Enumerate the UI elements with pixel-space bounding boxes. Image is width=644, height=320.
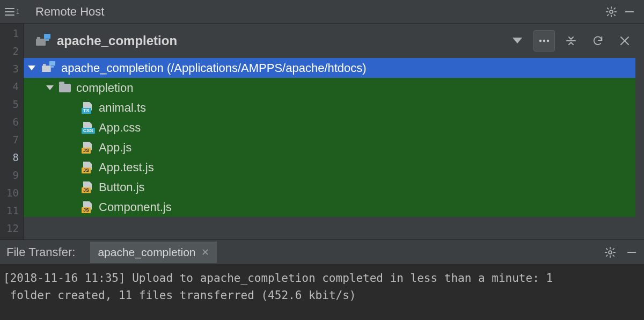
line-number: 8 — [0, 149, 23, 166]
svg-rect-6 — [37, 37, 40, 39]
tree-file-label: App.test.js — [99, 161, 154, 174]
collapse-expand-icon[interactable] — [560, 30, 582, 52]
line-number: 12 — [0, 220, 23, 237]
svg-rect-16 — [42, 66, 51, 72]
tree-file-row[interactable]: JSComponent.js — [24, 197, 635, 217]
line-number: 1 — [0, 25, 23, 42]
file-icon: JS — [82, 142, 93, 154]
svg-point-10 — [539, 40, 541, 42]
browse-button[interactable] — [533, 30, 555, 52]
svg-rect-19 — [51, 66, 54, 68]
refresh-icon[interactable] — [587, 30, 609, 52]
svg-rect-18 — [49, 61, 55, 65]
tree-file-label: Component.js — [99, 200, 172, 214]
tree-file-row[interactable]: TSanimal.ts — [24, 98, 635, 118]
tree-file-label: App.js — [99, 141, 131, 155]
remote-host-body: apache_completion — [24, 24, 644, 239]
settings-icon[interactable] — [602, 3, 620, 21]
tree-file-label: Button.js — [99, 180, 145, 194]
close-icon[interactable] — [614, 30, 635, 52]
file-transfer-log: [2018-11-16 11:35] Upload to apache_comp… — [0, 264, 644, 314]
tree-file-label: App.css — [99, 121, 141, 135]
tree-root-row[interactable]: apache_completion (/Applications/AMPPS/a… — [24, 58, 635, 78]
svg-point-20 — [609, 251, 612, 254]
tree-folder-row[interactable]: completion — [24, 78, 635, 98]
tree-file-row[interactable]: JSApp.js — [24, 137, 635, 157]
tree-root-label: apache_completion (/Applications/AMPPS/a… — [61, 61, 367, 75]
svg-rect-8 — [46, 39, 49, 41]
expand-icon[interactable] — [28, 66, 35, 70]
line-number: 5 — [0, 96, 23, 113]
svg-rect-7 — [44, 34, 50, 39]
tree-file-row[interactable]: JSButton.js — [24, 177, 635, 197]
panel-title: Remote Host — [24, 5, 602, 19]
folder-icon — [59, 84, 71, 92]
server-folder-icon — [41, 61, 61, 76]
dropdown-icon[interactable] — [507, 30, 528, 52]
file-transfer-tab[interactable]: apache_completion ✕ — [90, 242, 216, 263]
svg-point-12 — [547, 40, 549, 42]
svg-rect-17 — [43, 64, 46, 66]
file-icon: CSS — [82, 122, 93, 134]
expand-icon[interactable] — [46, 85, 54, 90]
svg-rect-5 — [36, 39, 46, 46]
line-number: 2 — [0, 42, 23, 60]
line-number: 6 — [0, 113, 23, 131]
svg-point-11 — [543, 40, 545, 42]
tab-close-icon[interactable]: ✕ — [201, 246, 209, 258]
file-icon: JS — [82, 201, 93, 213]
line-number: 9 — [0, 166, 23, 184]
line-number-gutter: 123456789101112 — [0, 24, 24, 239]
line-number: 3 — [0, 60, 23, 78]
server-icon — [35, 33, 52, 49]
remote-host-toolbar: apache_completion — [24, 24, 644, 58]
file-transfer-settings-icon[interactable] — [601, 243, 619, 261]
line-number: 10 — [0, 184, 23, 202]
file-icon: JS — [82, 181, 93, 193]
line-number: 4 — [0, 78, 23, 96]
line-number: 7 — [0, 131, 23, 149]
tree-folder-label: completion — [76, 81, 133, 95]
main-row: 123456789101112 apache_completion — [0, 24, 644, 239]
file-transfer-title: File Transfer: — [6, 245, 90, 259]
file-icon: JS — [82, 162, 93, 173]
line-number: 11 — [0, 202, 23, 220]
minimize-icon[interactable] — [620, 3, 639, 21]
tree-file-row[interactable]: JSApp.test.js — [24, 157, 635, 177]
file-icon: TS — [82, 102, 93, 114]
gutter-numbers-icon: 1 — [0, 8, 24, 16]
remote-tree[interactable]: apache_completion (/Applications/AMPPS/a… — [24, 58, 635, 239]
svg-marker-9 — [513, 38, 522, 43]
remote-host-header: 1 Remote Host — [0, 0, 644, 24]
tree-file-row[interactable]: CSSApp.css — [24, 118, 635, 137]
file-transfer-header: File Transfer: apache_completion ✕ — [0, 239, 644, 264]
file-transfer-tab-label: apache_completion — [98, 246, 195, 259]
server-name: apache_completion — [57, 33, 501, 48]
tree-file-label: animal.ts — [99, 101, 146, 115]
spacer — [0, 314, 644, 320]
file-transfer-minimize-icon[interactable] — [623, 243, 641, 261]
svg-point-3 — [610, 10, 613, 13]
